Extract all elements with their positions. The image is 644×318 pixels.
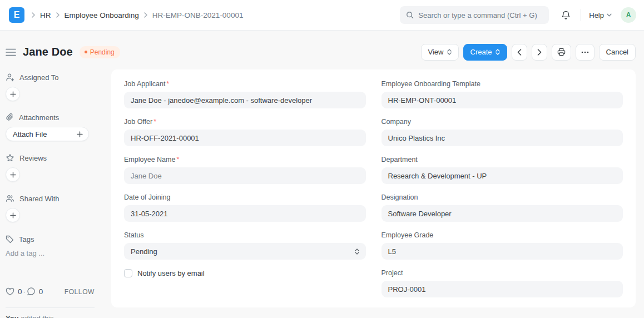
people-icon	[6, 194, 14, 203]
search-input[interactable]	[418, 11, 543, 19]
field-label: Job Applicant	[124, 80, 165, 88]
date-of-joining-input[interactable]: 31-05-2021	[124, 205, 366, 222]
required-asterisk: *	[153, 118, 156, 126]
chevron-right-icon	[28, 12, 39, 18]
chevron-right-icon	[140, 12, 151, 18]
add-share-button[interactable]	[6, 208, 20, 222]
status-badge: Pending	[80, 46, 120, 58]
next-record-button[interactable]	[532, 44, 547, 61]
checkbox-unchecked-icon[interactable]	[124, 269, 132, 277]
field-job-applicant: Job Applicant* Jane Doe - janedoe@exampl…	[124, 80, 366, 108]
form-sidebar: Assigned To Attachments Attach File	[6, 64, 111, 318]
field-employee-name: Employee Name* Jane Doe	[124, 156, 366, 184]
edited-action: edited this	[21, 314, 53, 318]
add-review-button[interactable]	[6, 167, 20, 182]
edited-by: You	[6, 314, 19, 318]
form-main: Job Applicant* Jane Doe - janedoe@exampl…	[111, 64, 636, 307]
like-counter[interactable]: 0	[6, 287, 22, 296]
company-input[interactable]: Unico Plastics Inc	[382, 130, 623, 146]
select-caret-icon	[355, 249, 359, 255]
form-card: Job Applicant* Jane Doe - janedoe@exampl…	[111, 69, 636, 307]
notify-users-checkbox-row[interactable]: Notify users by email	[124, 269, 366, 277]
previous-record-button[interactable]	[512, 44, 527, 61]
job-applicant-input[interactable]: Jane Doe - janedoe@example.com - softwar…	[124, 92, 366, 108]
status-select[interactable]: Pending	[124, 243, 366, 260]
field-company: Company Unico Plastics Inc	[382, 118, 623, 146]
printer-icon	[557, 48, 566, 56]
help-label: Help	[589, 11, 604, 19]
select-caret-icon	[496, 49, 500, 55]
add-assignment-button[interactable]	[6, 87, 20, 101]
ellipsis-icon	[581, 51, 589, 53]
field-designation: Designation Software Developer	[382, 193, 623, 222]
assign-user-icon	[6, 73, 14, 82]
onboarding-template-input[interactable]: HR-EMP-ONT-00001	[382, 92, 623, 108]
sidebar-divider	[6, 307, 95, 308]
field-label: Status	[124, 231, 366, 240]
breadcrumb-item-employee-onboarding[interactable]: Employee Onboarding	[65, 11, 139, 19]
app-logo[interactable]: E	[9, 7, 24, 23]
comment-count: 0	[39, 287, 43, 296]
tags-section: Tags	[6, 235, 95, 244]
comment-icon	[27, 287, 36, 296]
help-menu[interactable]: Help	[589, 11, 612, 19]
page-title: Jane Doe	[23, 46, 73, 58]
user-avatar[interactable]: A	[621, 7, 636, 23]
tags-label: Tags	[19, 235, 34, 244]
print-button[interactable]	[552, 44, 571, 61]
cancel-button[interactable]: Cancel	[599, 44, 636, 61]
assigned-to-label: Assigned To	[19, 73, 59, 82]
field-employee-grade: Employee Grade L5	[382, 231, 623, 260]
shared-with-section: Shared With	[6, 194, 95, 203]
shared-with-label: Shared With	[19, 195, 60, 203]
required-asterisk: *	[176, 156, 179, 163]
navbar-right: Help A	[400, 6, 636, 24]
job-offer-input[interactable]: HR-OFF-2021-00001	[124, 130, 366, 146]
navbar-divider	[581, 9, 581, 21]
designation-input[interactable]: Software Developer	[382, 205, 623, 222]
comment-counter[interactable]: 0	[27, 287, 43, 296]
employee-grade-input[interactable]: L5	[382, 243, 623, 260]
field-label: Employee Grade	[382, 231, 623, 240]
sidebar-footer: 0 · 0 FOLLOW	[6, 287, 95, 296]
field-label: Department	[382, 156, 623, 164]
chevron-right-icon	[52, 12, 63, 18]
status-dot-icon	[85, 51, 87, 53]
app-window: E HR Employee Onboarding HR-EMP-ONB-2021…	[0, 0, 644, 318]
sidebar-toggle-menu-icon[interactable]	[6, 48, 16, 56]
employee-name-input[interactable]: Jane Doe	[124, 167, 366, 184]
add-tag-input[interactable]: Add a tag ...	[6, 249, 95, 257]
notifications-bell-icon[interactable]	[561, 10, 571, 20]
tag-icon	[6, 235, 14, 244]
plus-icon	[10, 172, 16, 178]
field-label: Project	[382, 269, 623, 277]
breadcrumb: HR Employee Onboarding HR-EMP-ONB-2021-0…	[28, 11, 243, 19]
dot-separator: ·	[23, 287, 26, 296]
department-input[interactable]: Research & Development - UP	[382, 167, 623, 184]
field-label: Job Offer	[124, 118, 152, 126]
project-input[interactable]: PROJ-0001	[382, 281, 623, 297]
view-button[interactable]: View	[421, 44, 459, 61]
attach-file-button[interactable]: Attach File	[6, 127, 89, 141]
chevron-down-icon	[607, 13, 612, 17]
create-button[interactable]: Create	[463, 44, 507, 61]
follow-button[interactable]: FOLLOW	[65, 288, 95, 296]
chevron-left-icon	[517, 49, 522, 56]
global-search[interactable]	[400, 6, 549, 24]
field-label: Employee Name	[124, 156, 175, 163]
breadcrumb-item-hr[interactable]: HR	[40, 11, 51, 19]
form-column-right: Employee Onboarding Template HR-EMP-ONT-…	[382, 80, 623, 307]
page-header: Jane Doe Pending View Create	[0, 31, 644, 64]
field-date-of-joining: Date of Joining 31-05-2021	[124, 193, 366, 222]
field-label: Designation	[382, 193, 623, 202]
heart-icon	[6, 287, 14, 296]
field-project: Project PROJ-0001	[382, 269, 623, 297]
attachments-section: Attachments	[6, 113, 95, 122]
menu-ellipsis-button[interactable]	[576, 44, 595, 61]
select-caret-icon	[447, 49, 452, 55]
reviews-label: Reviews	[19, 154, 47, 162]
assigned-to-section: Assigned To	[6, 73, 95, 82]
last-edited-info[interactable]: You edited this 4 days ago	[6, 314, 95, 318]
field-job-offer: Job Offer* HR-OFF-2021-00001	[124, 118, 366, 146]
form-column-left: Job Applicant* Jane Doe - janedoe@exampl…	[124, 80, 366, 307]
